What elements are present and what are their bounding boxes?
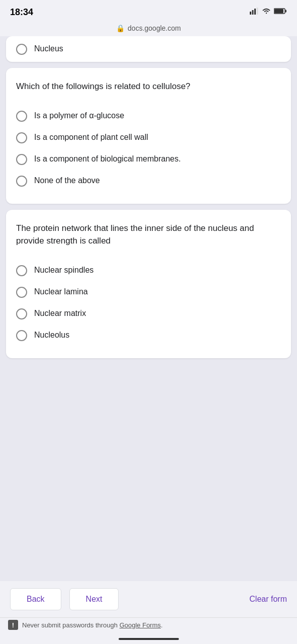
q1-opt1-label: Is a polymer of α-glucose xyxy=(34,110,124,121)
svg-rect-2 xyxy=(254,9,256,15)
home-bar xyxy=(119,638,179,640)
question1-option1[interactable]: Is a polymer of α-glucose xyxy=(16,105,281,127)
svg-rect-5 xyxy=(274,9,283,13)
question2-option1[interactable]: Nuclear spindles xyxy=(16,260,281,281)
question1-option3[interactable]: Is a component of biological membranes. xyxy=(16,148,281,170)
next-button[interactable]: Next xyxy=(69,588,119,610)
bottom-bar: Back Next Clear form xyxy=(0,581,297,617)
home-indicator xyxy=(0,635,297,644)
q1-opt4-label: None of the above xyxy=(34,175,100,186)
q1-opt3-label: Is a component of biological membranes. xyxy=(34,153,181,165)
footer-text-prefix: Never submit passwords through xyxy=(22,621,120,629)
partial-question-card: Nucleus xyxy=(6,36,291,62)
radio-q2-opt4[interactable] xyxy=(16,330,27,341)
url-text: docs.google.com xyxy=(128,24,181,32)
question1-card: Which of the followings is related to ce… xyxy=(6,68,291,204)
radio-q2-opt1[interactable] xyxy=(16,265,27,276)
radio-q1-opt3[interactable] xyxy=(16,154,27,165)
lock-icon: 🔒 xyxy=(116,24,125,32)
status-icons xyxy=(250,8,287,17)
q1-opt2-label: Is a component of plant cell wall xyxy=(34,132,148,143)
question1-option4[interactable]: None of the above xyxy=(16,170,281,192)
radio-q1-opt4[interactable] xyxy=(16,176,27,187)
status-time: 18:34 xyxy=(10,7,33,18)
wifi-icon xyxy=(262,8,271,17)
footer-text: Never submit passwords through Google Fo… xyxy=(22,621,163,629)
q2-opt4-label: Nucleolus xyxy=(34,330,69,341)
address-bar: 🔒 docs.google.com xyxy=(0,22,297,36)
question2-option2[interactable]: Nuclear lamina xyxy=(16,281,281,303)
radio-q1-opt1[interactable] xyxy=(16,111,27,122)
back-button[interactable]: Back xyxy=(10,588,61,610)
question1-text: Which of the followings is related to ce… xyxy=(16,80,281,93)
svg-rect-1 xyxy=(252,10,254,15)
clear-form-button[interactable]: Clear form xyxy=(249,589,287,610)
signal-icon xyxy=(250,8,259,17)
question2-text: The protein network that lines the inner… xyxy=(16,222,281,248)
question2-card: The protein network that lines the inner… xyxy=(6,210,291,358)
radio-q2-opt2[interactable] xyxy=(16,287,27,298)
question1-option2[interactable]: Is a component of plant cell wall xyxy=(16,127,281,148)
radio-option-nucleus[interactable] xyxy=(16,44,27,55)
warning-icon: ! xyxy=(8,620,18,630)
radio-q1-opt2[interactable] xyxy=(16,132,27,143)
footer-text-suffix: . xyxy=(161,621,163,629)
svg-rect-0 xyxy=(250,12,251,15)
question2-option3[interactable]: Nuclear matrix xyxy=(16,303,281,325)
svg-rect-6 xyxy=(285,10,287,13)
footer-note: ! Never submit passwords through Google … xyxy=(0,617,297,635)
question2-option4[interactable]: Nucleolus xyxy=(16,325,281,346)
radio-q2-opt3[interactable] xyxy=(16,308,27,319)
q2-opt3-label: Nuclear matrix xyxy=(34,308,86,319)
q2-opt2-label: Nuclear lamina xyxy=(34,286,88,297)
page-content: Nucleus Which of the followings is relat… xyxy=(0,36,297,581)
option-nucleus-label: Nucleus xyxy=(34,43,63,54)
q2-opt1-label: Nuclear spindles xyxy=(34,265,93,276)
svg-rect-3 xyxy=(257,8,258,15)
battery-icon xyxy=(274,8,287,17)
status-bar: 18:34 xyxy=(0,0,297,22)
footer-link[interactable]: Google Forms xyxy=(120,621,161,629)
